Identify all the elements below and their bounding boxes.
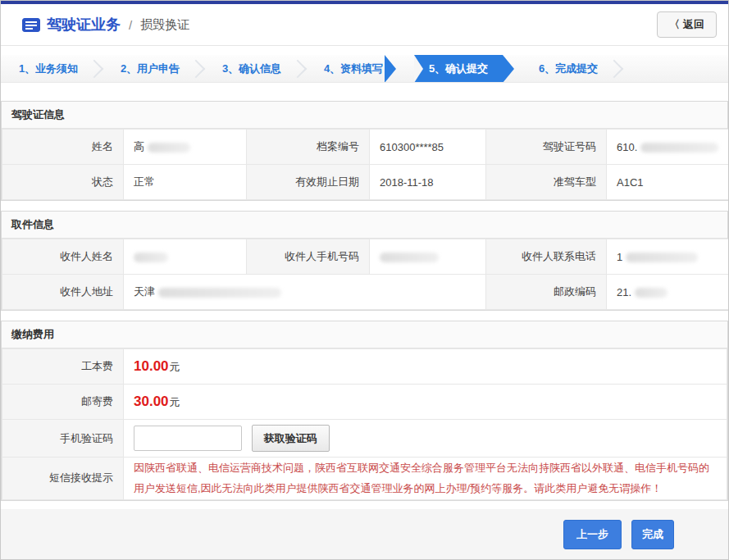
table-row: 手机验证码 获取验证码 <box>2 420 727 458</box>
recipient-name-value <box>124 239 247 275</box>
previous-step-button[interactable]: 上一步 <box>563 520 622 549</box>
sms-code-input[interactable] <box>134 426 242 451</box>
recipient-tel-value: 1 <box>607 239 729 275</box>
step-3: 3、确认信息 <box>204 55 299 82</box>
step-1: 1、业务须知 <box>1 55 96 82</box>
expiry-label: 有效期止日期 <box>247 165 370 200</box>
back-button-label: 返回 <box>683 17 704 32</box>
file-no-label: 档案编号 <box>247 130 370 165</box>
recipient-tel-label: 收件人联系电话 <box>486 239 607 275</box>
active-step-arrow-icon <box>385 55 396 83</box>
sms-notice-label: 短信接收提示 <box>2 458 124 500</box>
redacted-text <box>148 143 190 153</box>
postcode-label: 邮政编码 <box>486 275 607 310</box>
fee-unit: 元 <box>170 396 180 408</box>
fee-amount: 30.00 <box>134 394 169 409</box>
footer-action-bar: 上一步 完成 <box>1 509 728 559</box>
postage-fee-value: 30.00元 <box>124 385 727 420</box>
back-button[interactable]: 〈 返回 <box>657 11 717 38</box>
breadcrumb-separator: / <box>129 18 132 32</box>
sms-notice-cell: 因陕西省联通、电信运营商技术问题，陕西省互联网交通安全综合服务管理平台无法向持陕… <box>124 458 727 500</box>
redacted-text <box>640 143 718 153</box>
name-value: 高 <box>124 130 247 165</box>
section-title: 驾驶证信息 <box>2 102 727 129</box>
step-2: 2、用户申告 <box>103 55 198 82</box>
section-title: 取件信息 <box>2 212 727 239</box>
fees-table: 工本费 10.00元 邮寄费 30.00元 手机验证码 获取验证码 短信接收提示… <box>2 348 727 500</box>
page-title: 驾驶证业务 <box>47 15 121 34</box>
table-row: 状态 正常 有效期止日期 2018-11-18 准驾车型 A1C1 <box>2 165 729 200</box>
address-value: 天津 <box>124 275 486 310</box>
section-pickup-info: 取件信息 收件人姓名 收件人手机号码 收件人联系电话 1 收件人地址 天津 邮政… <box>1 211 728 311</box>
redacted-text <box>134 253 168 262</box>
redacted-text <box>380 253 439 262</box>
redacted-text <box>635 288 667 298</box>
license-info-table: 姓名 高 档案编号 610300****85 驾驶证号码 610. 状态 正常 … <box>2 129 729 200</box>
status-label: 状态 <box>2 165 124 200</box>
steps-bar: 1、业务须知 2、用户申告 3、确认信息 4、资料填写 5、确认提交 6、完成提… <box>1 55 728 83</box>
postage-fee-label: 邮寄费 <box>2 385 124 420</box>
fee-unit: 元 <box>170 361 180 373</box>
recipient-mobile-value <box>370 239 486 275</box>
get-sms-code-button[interactable]: 获取验证码 <box>252 425 330 452</box>
name-label: 姓名 <box>2 130 124 165</box>
recipient-name-label: 收件人姓名 <box>2 239 124 275</box>
sms-code-label: 手机验证码 <box>2 420 124 458</box>
step-5-active: 5、确认提交 <box>414 55 503 82</box>
sms-notice-text: 因陕西省联通、电信运营商技术问题，陕西省互联网交通安全综合服务管理平台无法向持陕… <box>134 458 717 499</box>
page: 驾驶证业务 / 损毁换证 〈 返回 1、业务须知 2、用户申告 3、确认信息 4… <box>0 0 729 560</box>
cost-fee-label: 工本费 <box>2 349 124 385</box>
expiry-value: 2018-11-18 <box>370 165 486 200</box>
address-label: 收件人地址 <box>2 275 124 310</box>
section-fees: 缴纳费用 工本费 10.00元 邮寄费 30.00元 手机验证码 获取验证码 短… <box>1 321 728 501</box>
table-row: 收件人地址 天津 邮政编码 21. <box>2 275 729 310</box>
table-row: 收件人姓名 收件人手机号码 收件人联系电话 1 <box>2 239 729 275</box>
license-no-label: 驾驶证号码 <box>486 130 607 165</box>
redacted-text <box>626 253 698 262</box>
redacted-text <box>158 288 281 298</box>
file-no-value: 610300****85 <box>370 130 486 165</box>
steps-filler <box>622 55 728 82</box>
section-title: 缴纳费用 <box>2 321 727 348</box>
section-license-info: 驾驶证信息 姓名 高 档案编号 610300****85 驾驶证号码 610. … <box>1 101 728 201</box>
status-value: 正常 <box>124 165 247 200</box>
table-row: 姓名 高 档案编号 610300****85 驾驶证号码 610. <box>2 130 729 165</box>
class-value: A1C1 <box>607 165 729 200</box>
class-label: 准驾车型 <box>486 165 607 200</box>
sms-code-cell: 获取验证码 <box>124 420 727 458</box>
table-row: 邮寄费 30.00元 <box>2 385 727 420</box>
table-row: 短信接收提示 因陕西省联通、电信运营商技术问题，陕西省互联网交通安全综合服务管理… <box>2 458 727 500</box>
recipient-mobile-label: 收件人手机号码 <box>247 239 370 275</box>
breadcrumb-current: 损毁换证 <box>140 17 189 33</box>
license-card-icon <box>22 18 40 32</box>
breadcrumb: 驾驶证业务 / 损毁换证 <box>22 15 189 34</box>
chevron-left-icon: 〈 <box>669 17 680 32</box>
finish-button[interactable]: 完成 <box>631 520 674 549</box>
license-no-value: 610. <box>607 130 729 165</box>
cost-fee-value: 10.00元 <box>124 349 727 385</box>
table-row: 工本费 10.00元 <box>2 349 727 385</box>
step-6: 6、完成提交 <box>521 55 616 82</box>
pickup-info-table: 收件人姓名 收件人手机号码 收件人联系电话 1 收件人地址 天津 邮政编码 21… <box>2 239 729 310</box>
header: 驾驶证业务 / 损毁换证 〈 返回 <box>1 4 728 46</box>
fee-amount: 10.00 <box>134 358 169 374</box>
postcode-value: 21. <box>607 275 729 310</box>
